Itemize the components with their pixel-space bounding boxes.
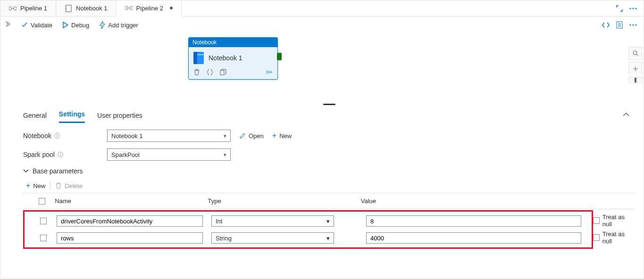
delete-icon[interactable] (193, 69, 200, 75)
canvas-tools-rail (627, 47, 644, 83)
delete-parameter-button: Delete (55, 182, 83, 189)
base-parameters-label: Base parameters (33, 167, 83, 175)
tab-pipeline-1[interactable]: Pipeline 1 (0, 0, 56, 16)
svg-rect-3 (66, 5, 71, 12)
activity-name: Notebook 1 (209, 54, 243, 62)
expand-activities-icon[interactable] (5, 21, 10, 27)
chevron-down-icon: ▾ (326, 235, 330, 242)
svg-rect-8 (130, 6, 132, 9)
row-checkbox[interactable] (40, 235, 47, 241)
success-port[interactable] (277, 53, 282, 60)
unsaved-indicator-icon (170, 7, 173, 9)
notebook-select[interactable]: Notebook 1 ▾ (107, 130, 231, 142)
settings-panel: Notebook i Notebook 1 ▾ Open + (15, 123, 644, 279)
param-name-input[interactable] (57, 232, 203, 244)
panel-resize-handle[interactable] (15, 102, 644, 106)
notebook-icon (193, 52, 204, 64)
expand-icon[interactable] (616, 5, 623, 12)
treat-as-null-label: Treat as null (602, 213, 635, 228)
treat-as-null-checkbox[interactable] (593, 234, 600, 241)
svg-point-21 (267, 71, 269, 73)
copy-icon[interactable] (220, 69, 226, 75)
open-label: Open (249, 132, 264, 140)
zoom-in-button[interactable] (629, 62, 642, 75)
select-all-checkbox[interactable] (39, 198, 45, 205)
new-parameter-button[interactable]: + New (26, 181, 45, 190)
spark-pool-select-value: SparkPool (111, 151, 140, 158)
pipeline-icon (125, 5, 133, 11)
new-label: New (279, 132, 292, 140)
search-canvas-button[interactable] (629, 47, 642, 60)
info-icon[interactable]: i (58, 152, 63, 157)
collapse-panel-icon[interactable] (623, 112, 635, 117)
open-notebook-button[interactable]: Open (239, 132, 264, 140)
highlighted-region: Int ▾ S (23, 210, 593, 249)
pipeline-icon (9, 5, 17, 12)
svg-rect-7 (125, 6, 127, 9)
svg-point-17 (630, 25, 631, 26)
check-icon (21, 22, 28, 28)
delete-param-label: Delete (65, 182, 83, 189)
validate-button[interactable]: Validate (21, 22, 52, 29)
chevron-down-icon: ▾ (326, 218, 330, 225)
param-type-select[interactable]: String ▾ (211, 232, 334, 244)
param-value-input[interactable] (366, 232, 581, 244)
properties-icon[interactable] (616, 21, 623, 29)
treat-as-null-label: Treat as null (602, 230, 635, 245)
new-notebook-button[interactable]: + New (272, 131, 292, 140)
add-trigger-button[interactable]: Add trigger (100, 21, 138, 29)
tab-user-properties[interactable]: User properties (97, 108, 142, 123)
pipeline-toolbar: Validate Debug Add trigger (15, 16, 644, 33)
add-trigger-label: Add trigger (108, 22, 138, 29)
arrow-right-icon[interactable] (266, 69, 273, 75)
validate-label: Validate (31, 22, 52, 29)
tab-pipeline-2[interactable]: Pipeline 2 (117, 0, 182, 16)
base-parameters-toggle[interactable]: Base parameters (23, 167, 635, 175)
column-header-name: Name (55, 197, 208, 205)
notebook-label: Notebook (23, 132, 51, 140)
spark-pool-label: Spark pool (23, 151, 55, 158)
tab-general[interactable]: General (23, 108, 47, 123)
svg-point-22 (633, 51, 637, 55)
param-value-input[interactable] (366, 215, 581, 227)
info-icon[interactable]: i (54, 133, 60, 139)
svg-point-10 (630, 8, 631, 9)
trash-icon (55, 182, 62, 189)
toolbar-more-icon[interactable] (629, 24, 637, 26)
param-type-select[interactable]: Int ▾ (211, 215, 334, 227)
zoom-slider-handle[interactable] (629, 77, 642, 83)
tab-settings[interactable]: Settings (59, 107, 85, 123)
chevron-down-icon (23, 168, 29, 174)
code-icon[interactable] (602, 22, 610, 28)
column-header-value: Value (361, 197, 578, 205)
tab-notebook-1[interactable]: Notebook 1 (56, 0, 117, 16)
edit-icon (239, 132, 246, 139)
plus-icon: + (272, 131, 276, 140)
tab-label: Notebook 1 (76, 5, 108, 12)
debug-button[interactable]: Debug (63, 22, 89, 29)
notebook-icon (65, 5, 72, 12)
svg-rect-0 (9, 7, 11, 10)
notebook-activity[interactable]: Notebook Notebook 1 (188, 37, 278, 80)
svg-point-18 (633, 25, 634, 26)
tab-label: Pipeline 1 (20, 5, 47, 12)
param-name-input[interactable] (57, 215, 203, 227)
play-icon (63, 22, 68, 28)
activity-settings-tabs: General Settings User properties (15, 106, 644, 123)
param-type-value: Int (216, 218, 222, 225)
spark-pool-select[interactable]: SparkPool ▾ (107, 148, 231, 161)
pipeline-canvas[interactable]: Notebook Notebook 1 (15, 33, 644, 102)
chevron-down-icon: ▾ (224, 152, 226, 158)
treat-as-null-checkbox[interactable] (593, 217, 600, 224)
parameter-row: String ▾ (25, 230, 592, 246)
more-icon[interactable] (629, 8, 637, 9)
chevron-down-icon: ▾ (224, 133, 226, 139)
svg-line-23 (636, 54, 638, 56)
code-braces-icon[interactable] (207, 69, 213, 75)
row-checkbox[interactable] (40, 218, 47, 224)
notebook-select-value: Notebook 1 (111, 132, 143, 140)
plus-icon: + (26, 181, 30, 190)
parameters-table: Name Type Value Int (23, 193, 635, 249)
tab-label: Pipeline 2 (136, 5, 163, 12)
svg-rect-1 (14, 7, 17, 10)
